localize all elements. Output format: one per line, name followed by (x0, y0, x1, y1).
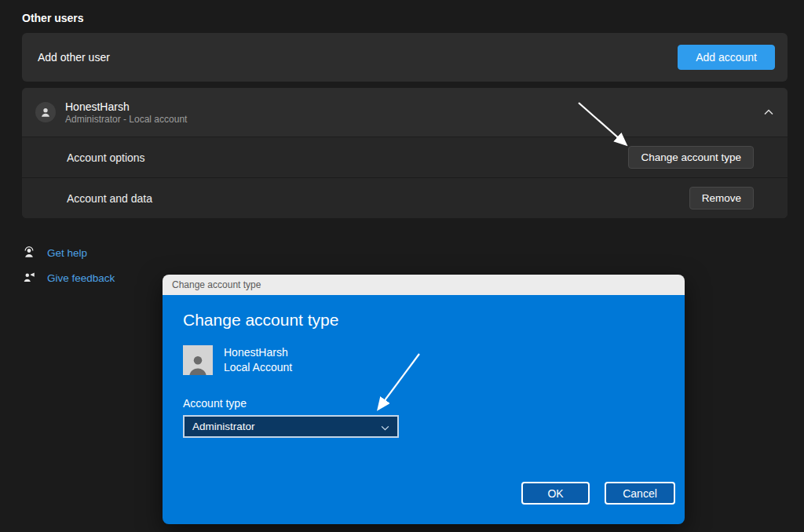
add-other-user-label: Add other user (38, 51, 110, 64)
dialog-body: Change account type HonestHarsh Local Ac… (163, 295, 685, 524)
dropdown-selected-value: Administrator (192, 421, 255, 432)
user-card: HonestHarsh Administrator - Local accoun… (22, 88, 788, 218)
dialog-user-text: HonestHarsh Local Account (224, 345, 292, 375)
get-help-icon (22, 245, 36, 261)
dialog-heading: Change account type (183, 311, 664, 330)
account-options-label: Account options (67, 151, 145, 164)
cancel-button[interactable]: Cancel (605, 482, 675, 505)
user-name: HonestHarsh (65, 100, 764, 114)
account-and-data-row: Account and data Remove (22, 177, 788, 218)
account-and-data-label: Account and data (67, 192, 152, 205)
add-account-button[interactable]: Add account (678, 45, 775, 70)
dialog-title: Change account type (172, 279, 261, 290)
section-title: Other users (22, 12, 84, 24)
account-type-dropdown[interactable]: Administrator (183, 415, 399, 438)
account-options-row: Account options Change account type (22, 137, 788, 177)
give-feedback-label: Give feedback (47, 272, 115, 284)
account-type-label: Account type (183, 397, 664, 410)
dialog-account-kind: Local Account (224, 360, 292, 375)
dialog-user-info: HonestHarsh Local Account (183, 345, 664, 375)
user-avatar-icon (35, 102, 56, 122)
dialog-titlebar[interactable]: Change account type (163, 275, 685, 295)
user-card-header[interactable]: HonestHarsh Administrator - Local accoun… (22, 88, 788, 137)
give-feedback-icon (22, 270, 36, 286)
remove-button[interactable]: Remove (689, 187, 754, 210)
change-account-type-dialog: Change account type Change account type … (163, 275, 685, 524)
user-meta: HonestHarsh Administrator - Local accoun… (65, 100, 764, 126)
get-help-label: Get help (47, 247, 87, 259)
dialog-avatar-icon (183, 345, 213, 375)
give-feedback-link[interactable]: Give feedback (22, 270, 115, 286)
settings-other-users-page: Other users Add other user Add account H… (0, 0, 804, 532)
user-subtitle: Administrator - Local account (65, 114, 764, 126)
change-account-type-button[interactable]: Change account type (628, 146, 754, 169)
ok-button[interactable]: OK (521, 482, 590, 505)
dialog-account-name: HonestHarsh (224, 345, 292, 360)
add-other-user-card: Add other user Add account (22, 33, 788, 82)
get-help-link[interactable]: Get help (22, 245, 87, 261)
chevron-up-icon[interactable] (764, 109, 773, 115)
chevron-down-icon (381, 421, 389, 433)
